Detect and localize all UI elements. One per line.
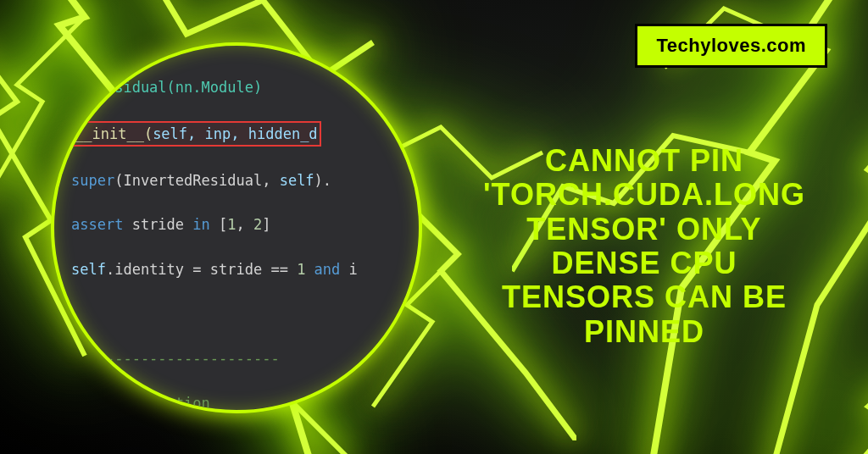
code-snippet: tedResidual(nn.Module) __init__(self, in…	[51, 54, 422, 413]
headline-text: CANNOT PIN 'TORCH.CUDA.LONG TENSOR' ONLY…	[475, 144, 814, 349]
site-badge: Techyloves.com	[635, 24, 827, 68]
highlight-init: __init__(self, inp, hidden_d	[71, 121, 321, 147]
code-circle: tedResidual(nn.Module) __init__(self, in…	[51, 42, 422, 413]
